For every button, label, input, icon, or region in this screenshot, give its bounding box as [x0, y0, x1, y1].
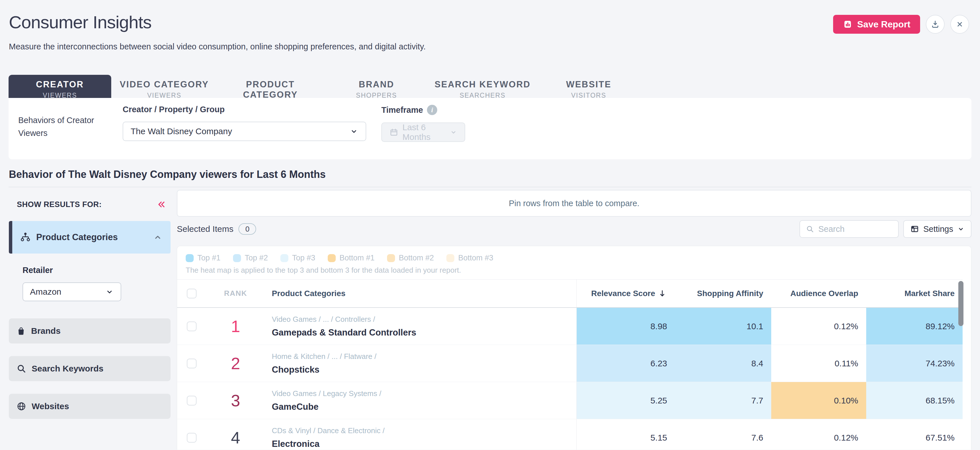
save-report-button[interactable]: Save Report: [833, 15, 920, 34]
tab-website-visitors[interactable]: WEBSITE VISITORS: [536, 75, 642, 98]
pin-hint-text: Pin rows from the table to compare.: [509, 199, 640, 208]
sidebar-item-label: Websites: [32, 401, 69, 411]
chevron-down-icon: [105, 287, 114, 296]
close-icon: [956, 20, 964, 29]
selected-items-label: Selected Items: [177, 224, 233, 234]
tab-search-keyword-searchers[interactable]: SEARCH KEYWORD SEARCHERS: [430, 75, 536, 98]
sidebar-item-label: Brands: [31, 326, 60, 336]
select-all-checkbox[interactable]: [187, 289, 197, 298]
row-checkbox[interactable]: [187, 359, 197, 369]
sidebar-item-brands[interactable]: Brands: [9, 318, 170, 343]
search-input[interactable]: [818, 225, 892, 234]
report-tabs: CREATOR VIEWERS VIDEO CATEGORY VIEWERS P…: [8, 75, 972, 98]
relevance-score-cell: 8.98: [577, 308, 675, 345]
close-button[interactable]: [950, 15, 969, 34]
tab-product-category-shoppers[interactable]: PRODUCT CATEGORY SHOPPERS: [217, 75, 323, 98]
sidebar-item-search-keywords[interactable]: Search Keywords: [9, 356, 170, 381]
legend-label: Bottom #2: [399, 254, 434, 262]
collapse-sidebar-button[interactable]: [156, 199, 167, 209]
row-checkbox[interactable]: [187, 396, 197, 405]
tab-label: CREATOR: [8, 79, 111, 90]
save-report-label: Save Report: [857, 19, 910, 30]
category-name: GameCube: [272, 402, 576, 412]
retailer-section: Retailer Amazon: [9, 266, 170, 301]
table-row: 4 CDs & Vinyl / Dance & Electronic / Ele…: [177, 419, 963, 450]
settings-label: Settings: [923, 225, 953, 234]
relevance-score-cell: 6.23: [577, 345, 675, 382]
legend-item: Bottom #2: [387, 254, 434, 262]
timeframe-select-value: Last 6 Months: [402, 123, 450, 142]
sidebar-item-product-categories[interactable]: Product Categories: [9, 221, 170, 254]
results-table-card: Top #1 Top #2 Top #3 Bottom #1: [177, 246, 972, 450]
header-actions: Save Report: [833, 15, 969, 34]
tab-brand-shoppers[interactable]: BRAND SHOPPERS: [323, 75, 430, 98]
main-panel: Pin rows from the table to compare. Sele…: [177, 187, 972, 450]
search-icon: [806, 225, 814, 233]
table-scrollbar-thumb[interactable]: [958, 281, 964, 326]
legend-label: Bottom #1: [339, 254, 374, 262]
page-title: Consumer Insights: [9, 12, 969, 32]
row-checkbox[interactable]: [187, 321, 197, 331]
category-name: Chopsticks: [272, 365, 576, 375]
creator-select[interactable]: The Walt Disney Company: [123, 122, 366, 141]
heatmap-legend: Top #1 Top #2 Top #3 Bottom #1: [177, 254, 971, 262]
retailer-label: Retailer: [22, 266, 157, 275]
tab-video-category-viewers[interactable]: VIDEO CATEGORY VIEWERS: [111, 75, 217, 98]
shopping-bag-icon: [16, 326, 26, 336]
column-header-market-share[interactable]: Market Share: [866, 279, 963, 307]
settings-button[interactable]: Settings: [903, 220, 972, 238]
market-share-cell: 74.23%: [866, 345, 963, 382]
legend-item: Top #3: [280, 254, 315, 262]
audience-overlap-cell: 0.12%: [771, 419, 866, 450]
table-header-row: RANK Product Categories Relevance Score …: [177, 279, 963, 308]
timeframe-select[interactable]: Last 6 Months: [381, 123, 465, 142]
category-cell: Home & Kitchen / ... / Flatware / Chopst…: [268, 345, 577, 382]
table-settings-icon: [910, 225, 919, 234]
category-cell: Video Games / ... / Controllers / Gamepa…: [268, 308, 577, 345]
tab-label: SEARCH KEYWORD: [430, 79, 536, 90]
consumer-insights-page: { "header": { "title": "Consumer Insight…: [0, 0, 980, 450]
column-header-relevance-score[interactable]: Relevance Score: [577, 279, 675, 307]
legend-label: Top #1: [197, 254, 221, 262]
legend-swatch-top2: [233, 254, 241, 262]
download-button[interactable]: [926, 15, 945, 34]
section-title: Behavior of The Walt Disney Company view…: [9, 168, 972, 180]
tab-label: VIDEO CATEGORY: [111, 79, 217, 90]
page-header: Consumer Insights Measure the interconne…: [0, 0, 980, 51]
rank-value: 1: [203, 308, 268, 345]
info-icon[interactable]: i: [427, 105, 437, 115]
table-search: [799, 220, 899, 238]
sidebar-item-websites[interactable]: Websites: [9, 394, 170, 419]
relevance-score-cell: 5.15: [577, 419, 675, 450]
legend-swatch-top3: [280, 254, 288, 262]
row-checkbox[interactable]: [187, 433, 197, 442]
retailer-select[interactable]: Amazon: [22, 282, 121, 301]
category-breadcrumb: CDs & Vinyl / Dance & Electronic /: [272, 426, 576, 435]
timeframe-field-label: Timeframe i: [381, 105, 465, 115]
shopping-affinity-cell: 8.4: [675, 345, 771, 382]
category-name: Electronica: [272, 439, 576, 449]
behaviors-row-label: Behaviors of Creator Viewers: [18, 114, 95, 140]
legend-item: Top #1: [186, 254, 221, 262]
legend-swatch-bottom2: [387, 254, 395, 262]
column-header-shopping-affinity[interactable]: Shopping Affinity: [675, 279, 771, 307]
sitemap-icon: [20, 231, 31, 243]
legend-label: Top #2: [245, 254, 268, 262]
rank-value: 3: [203, 382, 268, 419]
column-header-product-categories: Product Categories: [268, 279, 577, 307]
calendar-icon: [389, 128, 398, 137]
audience-overlap-cell: 0.11%: [771, 345, 866, 382]
category-breadcrumb: Home & Kitchen / ... / Flatware /: [272, 352, 576, 361]
column-header-audience-overlap[interactable]: Audience Overlap: [771, 279, 866, 307]
rank-value: 2: [203, 345, 268, 382]
sidebar-item-label: Search Keywords: [32, 364, 103, 373]
legend-item: Top #2: [233, 254, 268, 262]
relevance-score-cell: 5.25: [577, 382, 675, 419]
rank-value: 4: [203, 419, 268, 450]
legend-swatch-top1: [186, 254, 194, 262]
tab-creator-viewers[interactable]: CREATOR VIEWERS: [8, 75, 111, 98]
column-header-rank: RANK: [203, 279, 268, 307]
creator-select-value: The Walt Disney Company: [130, 126, 232, 136]
legend-item: Bottom #1: [328, 254, 374, 262]
selected-count-badge: 0: [239, 223, 256, 235]
